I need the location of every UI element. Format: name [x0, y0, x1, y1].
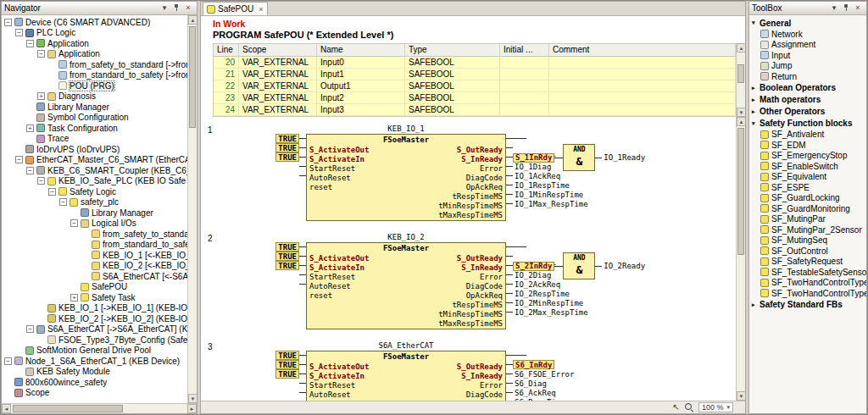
- toolbox-item[interactable]: SF_Equivalent: [749, 172, 866, 183]
- scroll-down-button[interactable]: ▼: [737, 391, 745, 401]
- nav-tree-item[interactable]: −SafePOU: [2, 282, 187, 293]
- operand-label[interactable]: IO_1RespTime: [513, 181, 570, 190]
- collapse-icon[interactable]: −: [15, 29, 23, 36]
- collapse-icon[interactable]: −: [37, 50, 45, 58]
- chevron-down-icon[interactable]: ▾: [159, 3, 170, 14]
- toolbox-item[interactable]: SF_TwoHandControlTypeII: [749, 278, 866, 289]
- nav-tree-item[interactable]: −IoDrvUPS (IoDrvUPS): [2, 144, 187, 155]
- collapse-icon[interactable]: −: [15, 156, 23, 163]
- toolbox-item[interactable]: SF_GuardLocking: [749, 193, 866, 204]
- nav-tree-item[interactable]: −Scope: [2, 388, 187, 399]
- variable-row[interactable]: 20VAR_EXTERNALInput0SAFEBOOL: [214, 57, 736, 69]
- toolbox-section[interactable]: ▸Boolean Operators: [749, 82, 866, 94]
- toolbox-item[interactable]: SF_Antivalent: [749, 130, 866, 141]
- nav-tree-item[interactable]: +Task Configuration: [2, 123, 187, 134]
- fbd-canvas[interactable]: 1KEB_IO_1TRUETRUETRUEFSoeMasterS_Activat…: [201, 117, 736, 401]
- collapse-icon[interactable]: −: [26, 325, 34, 333]
- and-gate[interactable]: AND&: [563, 144, 595, 171]
- function-block[interactable]: FSoeMasterS_ActivateOutS_OutReadyS_Activ…: [306, 134, 506, 221]
- scrollbar-track[interactable]: [737, 126, 745, 391]
- operand-box[interactable]: TRUE: [275, 252, 299, 261]
- scroll-up-button[interactable]: ▲: [188, 15, 197, 25]
- toolbox-section[interactable]: ▾Safety Function blocks: [749, 118, 866, 130]
- variable-row[interactable]: 24VAR_EXTERNALInput3SAFEBOOL: [214, 104, 736, 116]
- pin-icon[interactable]: [170, 3, 182, 14]
- declaration-scrollbar[interactable]: ▲ ▼: [736, 43, 745, 117]
- scrollbar-thumb[interactable]: [737, 128, 744, 255]
- collapse-icon[interactable]: −: [4, 357, 12, 365]
- toolbox-section[interactable]: ▸Math operators: [749, 94, 866, 106]
- fbd-network-1[interactable]: 1KEB_IO_1TRUETRUETRUEFSoeMasterS_Activat…: [208, 124, 736, 221]
- nav-tree-item[interactable]: −800x600wince_safety: [2, 377, 187, 388]
- zoom-level-dropdown[interactable]: 100 % ▾: [698, 402, 733, 412]
- fbd-network-3[interactable]: 3S6A_EtherCATTRUETRUETRUEFSoeMasterS_Act…: [208, 340, 736, 401]
- expand-icon[interactable]: +: [37, 92, 45, 100]
- toolbox-item[interactable]: Input: [749, 50, 866, 61]
- collapse-icon[interactable]: −: [4, 19, 12, 26]
- nav-tree-item[interactable]: −Logical I/Os: [2, 219, 187, 230]
- pin-icon[interactable]: [840, 3, 852, 14]
- function-block[interactable]: FSoeMasterS_ActivateOutS_OutReadyS_Activ…: [306, 351, 506, 401]
- chevron-down-icon[interactable]: ▾: [828, 3, 840, 14]
- expand-icon[interactable]: +: [26, 125, 34, 132]
- operand-box[interactable]: TRUE: [275, 351, 299, 360]
- operand-box[interactable]: TRUE: [275, 369, 299, 379]
- nav-tree-item[interactable]: −PLC Logic: [2, 28, 187, 39]
- operand-label[interactable]: IO_2RespTime: [513, 290, 570, 298]
- scroll-up-button[interactable]: ▲: [737, 117, 745, 126]
- operand-box[interactable]: S_2InRdy: [513, 262, 554, 271]
- scroll-right-button[interactable]: ►: [187, 404, 197, 413]
- scrollbar-track[interactable]: [188, 25, 197, 394]
- nav-tree-item[interactable]: −Symbol Configuration: [2, 113, 187, 124]
- operand-box[interactable]: TRUE: [275, 152, 299, 162]
- operand-box[interactable]: S_1InRdy: [513, 153, 554, 163]
- scroll-down-button[interactable]: ▼: [737, 108, 745, 117]
- nav-tree-item[interactable]: −from_safety_to_standard [<-from_saf: [2, 229, 187, 240]
- toolbox-item[interactable]: SF_OutControl: [749, 246, 866, 257]
- select-tool-icon[interactable]: ↖: [673, 403, 680, 412]
- nav-tree-item[interactable]: −Device (C6 SMART ADVANCED): [2, 17, 187, 28]
- tab-safepou[interactable]: SafePOU ×: [203, 2, 268, 15]
- toolbox-item[interactable]: Network: [749, 29, 866, 40]
- nav-tree-item[interactable]: −KEB Safety Module: [2, 367, 187, 378]
- toolbox-item[interactable]: SF_MutingPar_2Sensor: [749, 224, 866, 235]
- toolbox-item[interactable]: SF_EnableSwitch: [749, 161, 866, 172]
- operand-label[interactable]: IO_2Max_RespTime: [513, 308, 588, 317]
- nav-tree-item[interactable]: −from_standard_to_safety [<-from_sta: [2, 240, 187, 251]
- nav-tree-item[interactable]: −EtherCAT_Master_C6_SMART (EtherCAT Mast…: [2, 155, 187, 166]
- toolbox-item[interactable]: SF_TwoHandControlTypeIII: [749, 288, 866, 299]
- toolbox-item[interactable]: Assignment: [749, 40, 866, 51]
- operand-label[interactable]: S6_FSOE_Error: [513, 370, 574, 379]
- scrollbar-thumb[interactable]: [13, 405, 123, 412]
- nav-tree-item[interactable]: −POU (PRG): [2, 80, 187, 91]
- toolbox-item[interactable]: SF_ESPE: [749, 182, 866, 193]
- operand-label[interactable]: IO_1Ready: [602, 153, 645, 162]
- operand-box[interactable]: TRUE: [275, 261, 299, 270]
- operand-box[interactable]: TRUE: [275, 242, 299, 252]
- operand-label[interactable]: IO_2Ready: [602, 262, 645, 270]
- toolbox-item[interactable]: SF_TestableSafetySensor: [749, 267, 866, 278]
- nav-tree-item[interactable]: −S6A_EtherCAT [<-S6A_EtherCAT] (S: [2, 271, 187, 282]
- toolbox-item[interactable]: Return: [749, 71, 866, 82]
- operand-label[interactable]: IO_2MinRespTime: [513, 299, 583, 307]
- variable-row[interactable]: 22VAR_EXTERNALOutput1SAFEBOOL: [214, 80, 736, 92]
- navigator-vertical-scrollbar[interactable]: ▲ ▼: [187, 15, 197, 403]
- scroll-up-button[interactable]: ▲: [737, 43, 745, 53]
- nav-tree-item[interactable]: −from_standard_to_safety [->from_standar…: [2, 70, 187, 81]
- collapse-icon[interactable]: −: [26, 40, 34, 47]
- operand-box[interactable]: TRUE: [275, 360, 299, 369]
- nav-tree-item[interactable]: +Diagnosis: [2, 91, 187, 102]
- nav-tree-item[interactable]: −SoftMotion General Drive Pool: [2, 346, 187, 357]
- toolbox-item[interactable]: SF_GuardMonitoring: [749, 203, 866, 214]
- expand-icon[interactable]: +: [70, 294, 78, 302]
- nav-tree-item[interactable]: −Application: [2, 38, 187, 49]
- close-icon[interactable]: ×: [852, 3, 864, 14]
- nav-tree-item[interactable]: −Trace: [2, 134, 187, 145]
- nav-tree-item[interactable]: +Safety Task: [2, 292, 187, 303]
- nav-tree-item[interactable]: −S6A_EtherCAT [->S6A_EtherCAT] (KEB_S6A_…: [2, 324, 187, 335]
- nav-tree-item[interactable]: −safety_plc: [2, 197, 187, 208]
- nav-tree-item[interactable]: −KEB_IO_1 [->KEB_IO_1] (KEB-IO SafeDIn4/…: [2, 303, 187, 314]
- and-gate[interactable]: AND&: [563, 252, 595, 279]
- nav-tree-item[interactable]: −KEB_IO_2 [<-KEB_IO_2] (VFIO SI4/SO: [2, 261, 187, 272]
- operand-box[interactable]: S6_InRdy: [513, 360, 554, 369]
